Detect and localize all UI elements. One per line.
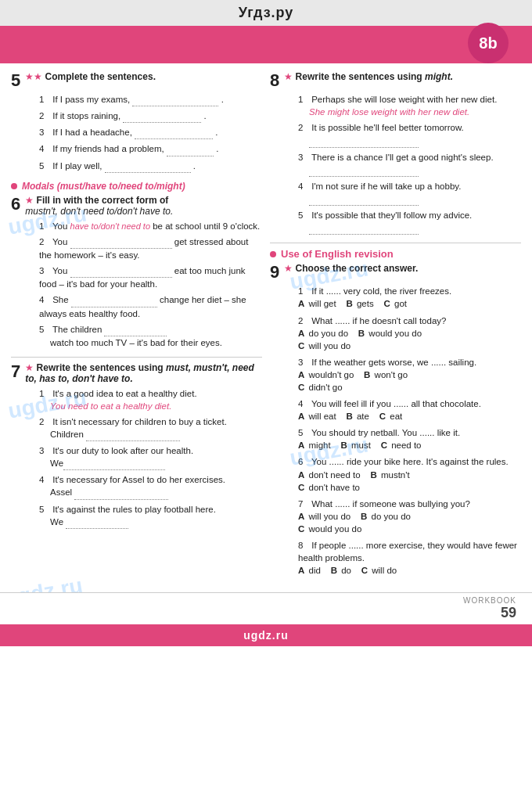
bottom-bar: ugdz.ru [0, 624, 532, 646]
list-item: 1 It's a good idea to eat a healthy diet… [39, 387, 262, 412]
list-item: 3 If I had a headache, . [39, 126, 262, 139]
choice-item-2: 2 What ...... if he doesn't call today? … [298, 315, 521, 352]
choice-item-7: 7 What ...... if someone was bullying yo… [298, 498, 521, 535]
pink-banner: 8b [0, 26, 532, 63]
list-item: 1 If I pass my exams, . [39, 93, 262, 106]
choice-item-6: 6 You ...... ride your bike here. It's a… [298, 455, 521, 493]
section-9-stars: ★ [284, 263, 293, 274]
section-9-header-text: ★ Choose the correct answer. [284, 263, 521, 274]
section-8-list: 1 Perhaps she will lose weight with her … [298, 93, 521, 235]
right-column: 8 ★ Rewrite the sentences using might. 1… [270, 71, 521, 584]
section-8-stars: ★ [284, 71, 293, 82]
section-8-header-text: ★ Rewrite the sentences using might. [284, 71, 521, 82]
list-item: 2 It is possible he'll feel better tomor… [298, 121, 521, 147]
choice-item-3: 3 If the weather gets worse, we ...... s… [298, 356, 521, 394]
section-9: 9 ★ Choose the correct answer. 1 If it .… [270, 263, 521, 577]
section-8-num: 8 [270, 71, 279, 90]
list-item: 4 I'm not sure if he will take up a hobb… [298, 180, 521, 206]
section-5-header: 5 ★★ Complete the sentences. [11, 71, 262, 90]
section-7-list: 1 It's a good idea to eat a healthy diet… [39, 387, 262, 529]
list-item: 3 You eat too much junk food – it's bad … [39, 264, 262, 290]
section-6-num: 6 [11, 195, 20, 214]
section-5-stars: ★★ [25, 71, 42, 82]
section-8-title: Rewrite the sentences using might. [296, 71, 453, 82]
list-item: 4 She change her diet – she always eats … [39, 293, 262, 319]
section-9-header: 9 ★ Choose the correct answer. [270, 263, 521, 282]
section-6-header-text: ★ Fill in with the correct form of mustn… [25, 195, 262, 217]
section-9-title: Choose the correct answer. [296, 263, 419, 274]
left-column: 5 ★★ Complete the sentences. 1 If I pass… [11, 71, 262, 584]
list-item: 5 It's against the rules to play footbal… [39, 503, 262, 529]
section-7-header: 7 ★ Rewrite the sentences using must, mu… [11, 362, 262, 384]
choice-item-1: 1 If it ...... very cold, the river free… [298, 285, 521, 310]
section-5-header-text: ★★ Complete the sentences. [25, 71, 262, 82]
section-6-title: Fill in with the correct form of [37, 195, 169, 206]
section-7-header-text: ★ Rewrite the sentences using must, must… [25, 362, 262, 384]
list-item: 4 It's necessary for Assel to do her exe… [39, 473, 262, 499]
section-9-num: 9 [270, 263, 279, 282]
list-item: 2 If it stops raining, . [39, 110, 262, 123]
list-item: 1 Perhaps she will lose weight with her … [298, 93, 521, 118]
list-item: 2 You get stressed about the homework – … [39, 236, 262, 261]
section-7-title: Rewrite the sentences using must, mustn'… [25, 362, 254, 384]
choice-item-8: 8 If people ...... more exercise, they w… [298, 539, 521, 577]
list-item: 2 It isn't necessary for children to buy… [39, 415, 262, 441]
divider-1 [11, 357, 262, 358]
modals-bullet-heading: Modals (must/have to/need to/might) [11, 181, 262, 192]
list-item: 3 There is a chance I'll get a good nigh… [298, 151, 521, 177]
use-english-text: Use of English revision [281, 248, 394, 260]
list-item: 5 If I play well, . [39, 160, 262, 173]
footer: WORKBOOK 59 [0, 592, 532, 624]
list-item: 4 If my friends had a problem, . [39, 142, 262, 156]
list-item: 3 It's our duty to look after our health… [39, 444, 262, 470]
divider-2 [270, 243, 521, 243]
bullet-dot [11, 183, 17, 189]
list-item: 5 It's possible that they'll follow my a… [298, 209, 521, 235]
section-6-header: 6 ★ Fill in with the correct form of mus… [11, 195, 262, 217]
choice-item-4: 4 You will feel ill if you ...... all th… [298, 397, 521, 422]
section-7-num: 7 [11, 362, 20, 381]
section-6-stars: ★ [25, 195, 34, 206]
section-6: 6 ★ Fill in with the correct form of mus… [11, 195, 262, 349]
footer-page: 59 [16, 605, 516, 621]
footer-label: WORKBOOK [16, 596, 516, 605]
section-8: 8 ★ Rewrite the sentences using might. 1… [270, 71, 521, 235]
modals-heading-text: Modals (must/have to/need to/might) [22, 181, 185, 192]
section-6-list: 1 You have to/don't need to be at school… [39, 220, 262, 349]
section-5-list: 1 If I pass my exams, . 2 If it stops ra… [39, 93, 262, 172]
section-5-title: Complete the sentences. [45, 71, 156, 82]
list-item: 1 You have to/don't need to be at school… [39, 220, 262, 232]
use-english-section: Use of English revision [270, 248, 521, 260]
list-item: 5 The children watch too much TV – it's … [39, 323, 262, 349]
badge: 8b [468, 23, 509, 63]
section-5-num: 5 [11, 71, 20, 90]
choice-item-5: 5 You should try netball. You ...... lik… [298, 426, 521, 451]
top-header: Угдз.ру [0, 0, 532, 26]
section-8-header: 8 ★ Rewrite the sentences using might. [270, 71, 521, 90]
bullet-dot-english [270, 251, 276, 257]
section-7-stars: ★ [25, 362, 34, 373]
section-7: 7 ★ Rewrite the sentences using must, mu… [11, 362, 262, 529]
section-9-choices: 1 If it ...... very cold, the river free… [298, 285, 521, 577]
section-6-subtitle: mustn't, don't need to/don't have to. [25, 206, 173, 217]
section-5: 5 ★★ Complete the sentences. 1 If I pass… [11, 71, 262, 173]
